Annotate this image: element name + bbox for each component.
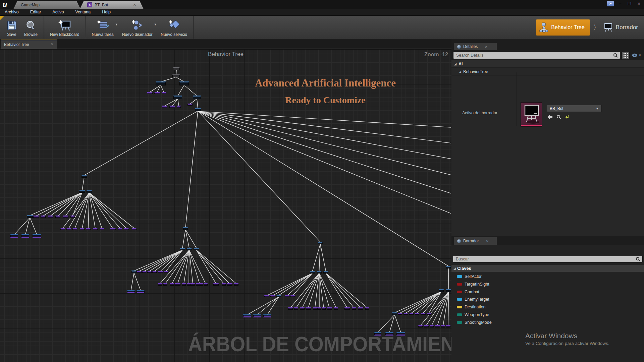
tree-node-task[interactable] (352, 307, 356, 310)
reset-to-default-icon[interactable] (565, 115, 569, 119)
tree-node-task[interactable] (306, 307, 311, 310)
tree-node-task[interactable] (175, 283, 180, 286)
tree-node-task[interactable] (70, 216, 75, 218)
tree-node-comp[interactable] (195, 108, 201, 111)
app-tab-btbot[interactable]: ⋔ BT_Bot ✕ (80, 1, 144, 9)
tree-node-task[interactable] (93, 228, 98, 230)
tree-node-task[interactable] (33, 216, 39, 218)
tree-node-task[interactable] (147, 92, 153, 94)
tree-node-task[interactable] (424, 325, 429, 327)
tree-node-task[interactable] (322, 307, 326, 310)
tree-node-dual[interactable] (137, 290, 145, 293)
tree-node-task[interactable] (418, 325, 423, 327)
tree-node-task[interactable] (196, 283, 203, 286)
save-button[interactable]: Save (3, 16, 21, 39)
tree-node-task[interactable] (227, 283, 232, 286)
menu-help[interactable]: Help (102, 10, 111, 14)
tree-node-task[interactable] (162, 106, 167, 108)
tree-node-root[interactable] (173, 67, 180, 70)
menu-archivo[interactable]: Archivo (5, 10, 19, 14)
tree-node-task[interactable] (317, 307, 321, 310)
blackboard-asset-dropdown[interactable]: BB_Bot ▼ (547, 105, 602, 112)
tree-node-comp[interactable] (276, 295, 281, 297)
blackboard-key-row[interactable]: WeaponType (451, 311, 644, 318)
close-button[interactable]: ✕ (636, 1, 642, 6)
blackboard-key-row[interactable]: EnemyTarget (451, 296, 644, 303)
tree-node-task[interactable] (409, 313, 414, 315)
tree-node-dual[interactable] (253, 314, 261, 317)
tree-node-task[interactable] (430, 325, 434, 327)
tree-node-comp[interactable] (180, 248, 185, 250)
new-decorator-button[interactable]: Nuevo diseñador (119, 16, 156, 39)
tree-node-task[interactable] (290, 295, 295, 297)
tree-node-task[interactable] (427, 313, 431, 315)
tree-node-task[interactable] (48, 216, 53, 218)
grid-view-button[interactable] (622, 52, 630, 59)
tree-node-task[interactable] (72, 228, 77, 230)
tree-node-comp[interactable] (317, 271, 322, 274)
tree-node-comp[interactable] (183, 227, 188, 230)
tree-node-task[interactable] (162, 92, 166, 94)
tree-node-comp[interactable] (156, 81, 166, 85)
close-tab-icon[interactable]: ✕ (133, 3, 136, 7)
view-options-button[interactable]: ▼ (631, 52, 642, 59)
tree-node-dual[interactable] (10, 234, 18, 238)
tree-node-task[interactable] (187, 104, 193, 106)
tree-node-task[interactable] (86, 228, 91, 230)
blackboard-search-input[interactable] (453, 257, 642, 261)
blackboard-key-row[interactable]: TargetInSight (451, 281, 644, 288)
use-selected-arrow-icon[interactable] (547, 115, 553, 119)
blackboard-asset-thumbnail[interactable] (521, 102, 542, 127)
tree-node-task[interactable] (152, 271, 157, 273)
new-task-button[interactable]: Nueva tarea (88, 16, 117, 39)
tree-node-task[interactable] (169, 106, 175, 108)
new-service-button[interactable]: Nuevo servicio (157, 16, 191, 39)
tree-node-task[interactable] (170, 283, 174, 286)
tab-borrador[interactable]: Borrador ✕ (454, 237, 497, 245)
tree-node-task[interactable] (344, 307, 350, 310)
tree-node-task[interactable] (358, 307, 363, 310)
tree-node-task[interactable] (137, 271, 142, 273)
app-tab-gamemap[interactable]: GameMap (13, 1, 80, 9)
tree-node-task[interactable] (234, 283, 238, 286)
tree-node-comp[interactable] (439, 289, 444, 292)
browse-asset-icon[interactable] (556, 115, 561, 119)
tree-node-task[interactable] (124, 228, 129, 230)
tree-node-dual[interactable] (263, 314, 271, 317)
tree-node-comp[interactable] (446, 289, 451, 292)
tree-node-task[interactable] (100, 228, 104, 230)
maximize-button[interactable]: ❐ (627, 1, 633, 6)
breadcrumb-blackboard-link[interactable]: Borrador (603, 23, 638, 32)
tree-node-task[interactable] (55, 216, 60, 218)
tree-node-task[interactable] (270, 295, 275, 297)
tree-node-comp[interactable] (173, 96, 182, 99)
tree-node-comp[interactable] (310, 271, 315, 274)
tree-node-task[interactable] (191, 283, 195, 286)
tree-node-task[interactable] (147, 271, 152, 273)
details-searchbox[interactable] (453, 52, 620, 59)
details-search-input[interactable] (453, 53, 620, 58)
tree-node-dual[interactable] (243, 314, 251, 317)
category-behaviortree[interactable]: ◢ BehaviorTree (451, 68, 644, 76)
tree-node-dual[interactable] (127, 290, 135, 293)
tree-node-task[interactable] (446, 325, 450, 327)
browse-button[interactable]: Browse (21, 16, 41, 39)
tree-node-task[interactable] (421, 313, 426, 315)
tree-node-comp[interactable] (79, 190, 85, 193)
tree-node-task[interactable] (313, 307, 317, 310)
tree-node-task[interactable] (41, 216, 46, 218)
tree-node-task[interactable] (163, 283, 167, 286)
new-decorator-dropdown-icon[interactable]: ▼ (154, 23, 157, 26)
tree-node-task[interactable] (63, 216, 68, 218)
behavior-tree-graph-canvas[interactable]: ÁRBOL DE COMPORTAMIENTO Advanced Artific… (0, 49, 451, 362)
category-ai[interactable]: ◢ AI (451, 60, 644, 68)
tree-node-task[interactable] (187, 283, 191, 286)
menu-editar[interactable]: Editar (30, 10, 41, 14)
tree-node-comp[interactable] (82, 175, 87, 178)
tree-node-task[interactable] (327, 307, 332, 310)
blackboard-searchbox[interactable] (453, 256, 643, 262)
tree-node-task[interactable] (132, 228, 137, 230)
tree-node-task[interactable] (288, 307, 293, 310)
tree-node-task[interactable] (285, 295, 289, 297)
tab-detalles[interactable]: Detalles ✕ (454, 43, 497, 50)
